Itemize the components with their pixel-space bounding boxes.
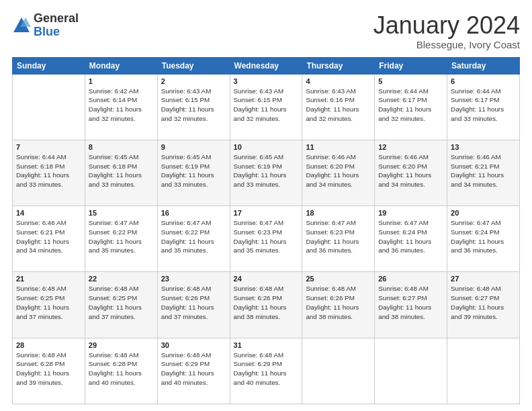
- calendar-cell: 13Sunrise: 6:46 AM Sunset: 6:21 PM Dayli…: [447, 140, 520, 205]
- day-info: Sunrise: 6:47 AM Sunset: 6:24 PM Dayligh…: [451, 218, 516, 255]
- day-info: Sunrise: 6:43 AM Sunset: 6:15 PM Dayligh…: [234, 87, 299, 124]
- calendar-cell: 19Sunrise: 6:47 AM Sunset: 6:24 PM Dayli…: [375, 206, 447, 272]
- calendar-cell: 9Sunrise: 6:45 AM Sunset: 6:19 PM Daylig…: [157, 140, 230, 205]
- calendar-cell: 17Sunrise: 6:47 AM Sunset: 6:23 PM Dayli…: [230, 206, 302, 272]
- logo-blue: Blue: [34, 26, 79, 39]
- calendar-cell: [302, 338, 375, 404]
- calendar-cell: 15Sunrise: 6:47 AM Sunset: 6:22 PM Dayli…: [85, 206, 157, 272]
- day-info: Sunrise: 6:46 AM Sunset: 6:21 PM Dayligh…: [451, 152, 516, 189]
- week-row-1: 1Sunrise: 6:42 AM Sunset: 6:14 PM Daylig…: [13, 74, 520, 140]
- day-info: Sunrise: 6:46 AM Sunset: 6:21 PM Dayligh…: [16, 218, 81, 255]
- calendar-cell: 1Sunrise: 6:42 AM Sunset: 6:14 PM Daylig…: [85, 74, 157, 140]
- calendar-cell: 20Sunrise: 6:47 AM Sunset: 6:24 PM Dayli…: [447, 206, 520, 272]
- day-number: 7: [16, 143, 81, 151]
- calendar-cell: 25Sunrise: 6:48 AM Sunset: 6:26 PM Dayli…: [302, 272, 375, 338]
- day-info: Sunrise: 6:48 AM Sunset: 6:28 PM Dayligh…: [89, 351, 154, 387]
- day-number: 6: [451, 77, 516, 85]
- header: General Blue January 2024 Blessegue, Ivo…: [12, 12, 520, 50]
- calendar-cell: 28Sunrise: 6:48 AM Sunset: 6:28 PM Dayli…: [13, 338, 85, 404]
- day-info: Sunrise: 6:48 AM Sunset: 6:26 PM Dayligh…: [161, 284, 226, 321]
- day-info: Sunrise: 6:47 AM Sunset: 6:23 PM Dayligh…: [306, 218, 371, 255]
- logo-general: General: [34, 12, 79, 26]
- day-info: Sunrise: 6:48 AM Sunset: 6:26 PM Dayligh…: [234, 284, 299, 321]
- day-number: 1: [89, 77, 154, 85]
- calendar-cell: 8Sunrise: 6:45 AM Sunset: 6:18 PM Daylig…: [85, 140, 157, 205]
- day-number: 17: [234, 209, 299, 217]
- day-info: Sunrise: 6:44 AM Sunset: 6:17 PM Dayligh…: [378, 87, 443, 124]
- calendar-cell: 18Sunrise: 6:47 AM Sunset: 6:23 PM Dayli…: [302, 206, 375, 272]
- page: General Blue January 2024 Blessegue, Ivo…: [0, 0, 532, 411]
- header-wednesday: Wednesday: [230, 57, 302, 74]
- day-number: 3: [234, 77, 299, 85]
- day-info: Sunrise: 6:47 AM Sunset: 6:22 PM Dayligh…: [161, 218, 226, 255]
- calendar-header-row: SundayMondayTuesdayWednesdayThursdayFrid…: [13, 57, 520, 74]
- day-number: 28: [16, 341, 81, 349]
- day-number: 19: [378, 209, 443, 217]
- day-number: 11: [306, 143, 371, 151]
- day-number: 23: [161, 275, 226, 283]
- calendar-cell: 30Sunrise: 6:48 AM Sunset: 6:29 PM Dayli…: [157, 338, 230, 404]
- day-number: 21: [16, 275, 81, 283]
- day-number: 9: [161, 143, 226, 151]
- day-number: 24: [234, 275, 299, 283]
- header-saturday: Saturday: [447, 57, 520, 74]
- header-tuesday: Tuesday: [157, 57, 230, 74]
- calendar-cell: 22Sunrise: 6:48 AM Sunset: 6:25 PM Dayli…: [85, 272, 157, 338]
- calendar-cell: 12Sunrise: 6:46 AM Sunset: 6:20 PM Dayli…: [375, 140, 447, 205]
- logo-icon: [12, 16, 31, 35]
- logo: General Blue: [12, 12, 79, 39]
- day-number: 20: [451, 209, 516, 217]
- calendar-cell: [13, 74, 85, 140]
- day-info: Sunrise: 6:48 AM Sunset: 6:26 PM Dayligh…: [306, 284, 371, 321]
- day-number: 13: [451, 143, 516, 151]
- calendar-cell: 4Sunrise: 6:43 AM Sunset: 6:16 PM Daylig…: [302, 74, 375, 140]
- day-number: 26: [378, 275, 443, 283]
- day-number: 10: [234, 143, 299, 151]
- day-info: Sunrise: 6:47 AM Sunset: 6:24 PM Dayligh…: [378, 218, 443, 255]
- calendar-cell: [375, 338, 447, 404]
- calendar-cell: 5Sunrise: 6:44 AM Sunset: 6:17 PM Daylig…: [375, 74, 447, 140]
- calendar-table: SundayMondayTuesdayWednesdayThursdayFrid…: [12, 57, 520, 404]
- day-info: Sunrise: 6:48 AM Sunset: 6:29 PM Dayligh…: [234, 351, 299, 387]
- day-number: 15: [89, 209, 154, 217]
- calendar-cell: 29Sunrise: 6:48 AM Sunset: 6:28 PM Dayli…: [85, 338, 157, 404]
- calendar-cell: 10Sunrise: 6:45 AM Sunset: 6:19 PM Dayli…: [230, 140, 302, 205]
- calendar-cell: 26Sunrise: 6:48 AM Sunset: 6:27 PM Dayli…: [375, 272, 447, 338]
- day-info: Sunrise: 6:47 AM Sunset: 6:22 PM Dayligh…: [89, 218, 154, 255]
- day-info: Sunrise: 6:43 AM Sunset: 6:15 PM Dayligh…: [161, 87, 226, 124]
- day-number: 2: [161, 77, 226, 85]
- day-number: 4: [306, 77, 371, 85]
- header-thursday: Thursday: [302, 57, 375, 74]
- week-row-4: 21Sunrise: 6:48 AM Sunset: 6:25 PM Dayli…: [13, 272, 520, 338]
- day-number: 22: [89, 275, 154, 283]
- day-info: Sunrise: 6:48 AM Sunset: 6:27 PM Dayligh…: [451, 284, 516, 321]
- week-row-5: 28Sunrise: 6:48 AM Sunset: 6:28 PM Dayli…: [13, 338, 520, 404]
- day-info: Sunrise: 6:43 AM Sunset: 6:16 PM Dayligh…: [306, 87, 371, 124]
- day-info: Sunrise: 6:45 AM Sunset: 6:19 PM Dayligh…: [161, 152, 226, 189]
- day-info: Sunrise: 6:46 AM Sunset: 6:20 PM Dayligh…: [378, 152, 443, 189]
- day-number: 31: [234, 341, 299, 349]
- day-number: 16: [161, 209, 226, 217]
- calendar-cell: 6Sunrise: 6:44 AM Sunset: 6:17 PM Daylig…: [447, 74, 520, 140]
- day-info: Sunrise: 6:45 AM Sunset: 6:19 PM Dayligh…: [234, 152, 299, 189]
- location: Blessegue, Ivory Coast: [373, 39, 520, 50]
- calendar-cell: 7Sunrise: 6:44 AM Sunset: 6:18 PM Daylig…: [13, 140, 85, 205]
- calendar-cell: 16Sunrise: 6:47 AM Sunset: 6:22 PM Dayli…: [157, 206, 230, 272]
- calendar-cell: 24Sunrise: 6:48 AM Sunset: 6:26 PM Dayli…: [230, 272, 302, 338]
- title-block: January 2024 Blessegue, Ivory Coast: [373, 12, 520, 50]
- day-info: Sunrise: 6:48 AM Sunset: 6:29 PM Dayligh…: [161, 351, 226, 387]
- calendar-cell: 23Sunrise: 6:48 AM Sunset: 6:26 PM Dayli…: [157, 272, 230, 338]
- calendar-cell: 27Sunrise: 6:48 AM Sunset: 6:27 PM Dayli…: [447, 272, 520, 338]
- calendar-cell: 14Sunrise: 6:46 AM Sunset: 6:21 PM Dayli…: [13, 206, 85, 272]
- day-info: Sunrise: 6:44 AM Sunset: 6:18 PM Dayligh…: [16, 152, 81, 189]
- day-info: Sunrise: 6:48 AM Sunset: 6:27 PM Dayligh…: [378, 284, 443, 321]
- day-number: 8: [89, 143, 154, 151]
- header-sunday: Sunday: [13, 57, 85, 74]
- day-number: 5: [378, 77, 443, 85]
- week-row-3: 14Sunrise: 6:46 AM Sunset: 6:21 PM Dayli…: [13, 206, 520, 272]
- header-monday: Monday: [85, 57, 157, 74]
- calendar-cell: 3Sunrise: 6:43 AM Sunset: 6:15 PM Daylig…: [230, 74, 302, 140]
- day-number: 12: [378, 143, 443, 151]
- calendar-cell: 2Sunrise: 6:43 AM Sunset: 6:15 PM Daylig…: [157, 74, 230, 140]
- calendar-cell: 21Sunrise: 6:48 AM Sunset: 6:25 PM Dayli…: [13, 272, 85, 338]
